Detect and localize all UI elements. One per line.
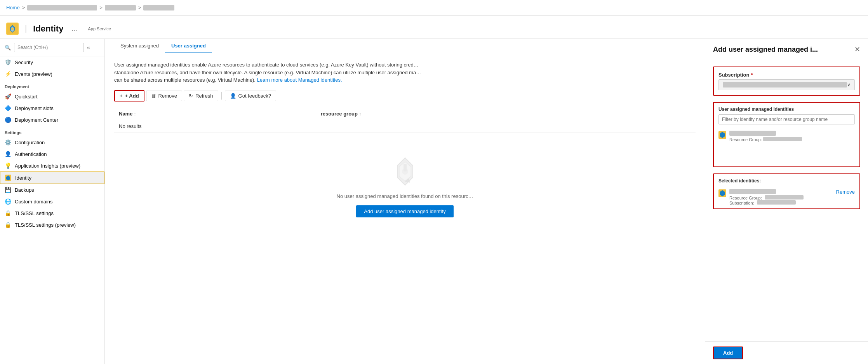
sidebar-section-label-settings: Settings [0, 126, 104, 136]
identity-filter-input[interactable] [718, 114, 855, 124]
sidebar-item-label-center: Deployment Center [15, 117, 58, 123]
sidebar-item-label-insights: Application Insights (preview) [15, 163, 80, 169]
sidebar-item-slots[interactable]: 🔷 Deployment slots [0, 102, 104, 114]
selected-item-info: Resource Group: Subscription: [729, 189, 833, 205]
svg-point-3 [11, 28, 14, 30]
selected-rg-blurred [765, 195, 804, 200]
panel-footer: Add [705, 341, 868, 364]
sort-icon-rg: ↑ [359, 112, 361, 116]
sidebar-item-insights[interactable]: 💡 Application Insights (preview) [0, 160, 104, 172]
breadcrumb-item2[interactable] [27, 5, 97, 10]
identity-item-icon [718, 131, 726, 139]
add-button[interactable]: + + Add [114, 90, 144, 102]
selected-item-rg: Resource Group: [729, 195, 833, 200]
sidebar-item-label-tls2: TLS/SSL settings (preview) [15, 222, 76, 228]
config-icon: ⚙️ [5, 139, 11, 145]
quickstart-icon: 🚀 [5, 93, 11, 100]
toolbar-separator [221, 92, 222, 100]
selected-label: Selected identities: [714, 174, 859, 186]
add-icon: + [120, 93, 123, 99]
breadcrumb-bar: Home > > > [0, 0, 868, 16]
panel-close-button[interactable]: ✕ [854, 45, 860, 54]
selected-name-blurred [729, 189, 776, 194]
subscription-value [723, 82, 847, 88]
domains-icon: 🌐 [5, 198, 11, 205]
add-button-label: + Add [125, 93, 139, 99]
svg-rect-9 [404, 164, 407, 172]
bolt-icon: ⚡ [5, 71, 11, 77]
sidebar-item-tls1[interactable]: 🔒 TLS/SSL settings [0, 207, 104, 219]
selected-item-sub: Subscription: [729, 200, 833, 205]
sidebar: 🔍 « 🛡️ Security ⚡ Events (preview) Deplo… [0, 39, 105, 364]
breadcrumb-home[interactable]: Home [6, 5, 20, 10]
main-layout: 🔍 « 🛡️ Security ⚡ Events (preview) Deplo… [0, 39, 868, 364]
identity-name-blurred [729, 131, 776, 136]
no-results-text: No results [114, 120, 696, 132]
collapse-sidebar-button[interactable]: « [87, 44, 90, 51]
sidebar-item-quickstart[interactable]: 🚀 Quickstart [0, 91, 104, 102]
breadcrumb-item4[interactable] [143, 5, 174, 10]
sidebar-item-authentication[interactable]: 👤 Authentication [0, 148, 104, 160]
required-indicator: * [751, 72, 753, 78]
sidebar-item-security[interactable]: 🛡️ Security [0, 56, 104, 68]
table-col-rg[interactable]: resource group ↑ [316, 108, 696, 120]
backups-icon: 💾 [5, 187, 11, 193]
tls2-icon: 🔒 [5, 222, 11, 228]
learn-more-link[interactable]: Learn more about Managed identities. [257, 77, 342, 83]
tab-user-assigned[interactable]: User assigned [165, 39, 212, 53]
empty-state-icon [390, 156, 421, 187]
insights-icon: 💡 [5, 163, 11, 169]
subscription-label: Subscription * [718, 72, 855, 78]
more-options-button[interactable]: ... [68, 23, 80, 34]
sidebar-item-label-authentication: Authentication [15, 151, 47, 157]
sidebar-item-center[interactable]: 🔵 Deployment Center [0, 114, 104, 126]
sidebar-section-settings: Settings ⚙️ Configuration 👤 Authenticati… [0, 126, 104, 231]
identity-list-item[interactable]: Resource Group: [714, 128, 859, 145]
remove-button[interactable]: 🗑 Remove [146, 91, 182, 101]
empty-state-text: No user assigned managed identities foun… [337, 193, 473, 199]
description-text: User assigned managed identities enable … [114, 61, 425, 84]
app-service-icon [6, 23, 19, 35]
search-input[interactable] [14, 43, 84, 52]
shield-icon: 🛡️ [5, 59, 11, 65]
sidebar-item-label-security: Security [15, 60, 33, 65]
app-subtitle: App Service [88, 26, 111, 31]
app-header: | Identity ... App Service [0, 16, 868, 39]
selected-item-remove-link[interactable]: Remove [836, 189, 855, 195]
sidebar-item-backups[interactable]: 💾 Backups [0, 184, 104, 196]
identity-icon [5, 175, 11, 181]
table-col-name[interactable]: Name ↕ [114, 108, 316, 120]
sidebar-item-events[interactable]: ⚡ Events (preview) [0, 68, 104, 80]
subscription-select[interactable]: ∨ [718, 79, 855, 90]
identity-item-rg: Resource Group: [729, 137, 855, 142]
main-content: System assigned User assigned User assig… [105, 39, 705, 364]
content-area: User assigned managed identities enable … [105, 53, 705, 364]
panel-add-button[interactable]: Add [713, 346, 743, 359]
sidebar-item-tls2[interactable]: 🔒 TLS/SSL settings (preview) [0, 219, 104, 231]
page-title: Identity [33, 24, 63, 34]
tabs-bar: System assigned User assigned [105, 39, 705, 53]
feedback-icon: 👤 [230, 93, 236, 99]
identity-item-name [729, 131, 855, 137]
sidebar-item-label-slots: Deployment slots [15, 105, 54, 111]
sidebar-item-label-quickstart: Quickstart [15, 94, 38, 100]
table-row: No results [114, 120, 696, 132]
sidebar-item-label-tls1: TLS/SSL settings [15, 210, 54, 216]
breadcrumb-item3[interactable] [105, 5, 136, 10]
sidebar-item-configuration[interactable]: ⚙️ Configuration [0, 136, 104, 148]
breadcrumb-sep1: > [22, 5, 25, 10]
subscription-section: Subscription * ∨ [713, 66, 860, 96]
identity-rg-blurred [763, 137, 802, 141]
breadcrumb-sep3: > [138, 5, 141, 10]
tab-system-assigned[interactable]: System assigned [114, 39, 165, 53]
sidebar-item-identity[interactable]: Identity [0, 172, 104, 184]
sidebar-item-custom-domains[interactable]: 🌐 Custom domains [0, 196, 104, 207]
refresh-button[interactable]: ↻ Refresh [184, 91, 218, 101]
search-box: 🔍 « [0, 39, 104, 56]
sidebar-section-label-deployment: Deployment [0, 80, 104, 91]
right-panel: Add user assigned managed i... ✕ Subscri… [705, 39, 868, 364]
selected-identities-section: Selected identities: Resource Grou [713, 173, 860, 209]
add-identity-button[interactable]: Add user assigned managed identity [356, 205, 453, 217]
selected-item-name [729, 189, 833, 195]
feedback-button[interactable]: 👤 Got feedback? [225, 91, 277, 101]
